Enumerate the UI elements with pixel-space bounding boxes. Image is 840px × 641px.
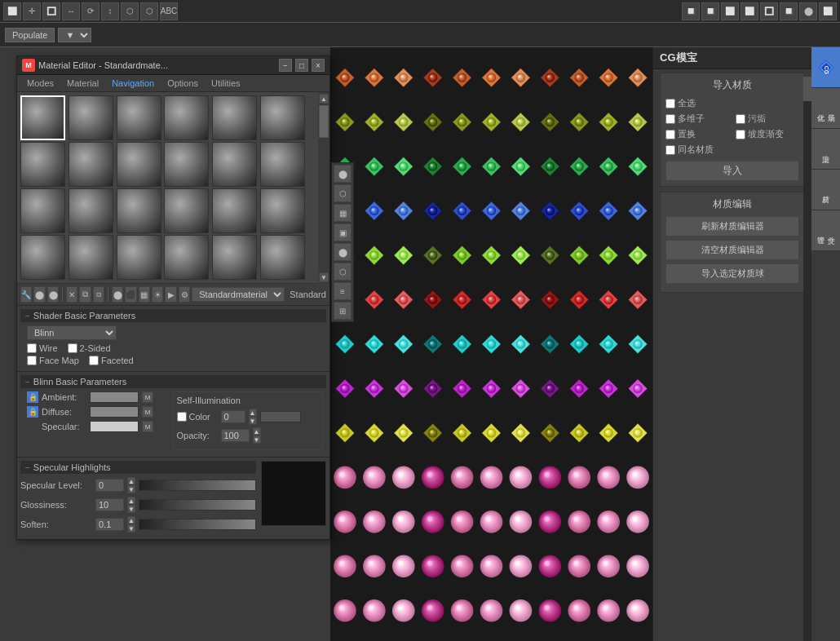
sphere-13[interactable] bbox=[20, 188, 65, 233]
mat-tool-light[interactable]: ☀ bbox=[152, 286, 163, 303]
toolbar-icon-12[interactable]: ⬜ bbox=[721, 2, 739, 20]
ambient-map-btn[interactable]: M bbox=[142, 391, 153, 403]
specular-map-btn[interactable]: M bbox=[142, 421, 153, 432]
toolbar-icon-10[interactable]: 🔲 bbox=[682, 2, 700, 20]
gradient-checkbox-label[interactable]: 坡度渐变 bbox=[736, 128, 799, 140]
blinn-collapse-btn[interactable]: − bbox=[25, 378, 30, 387]
diffuse-swatch[interactable] bbox=[90, 406, 139, 418]
toolbar-icon-5[interactable]: ⟳ bbox=[82, 2, 99, 20]
sphere-8[interactable] bbox=[69, 142, 113, 187]
side-tab-scene[interactable]: 场景优化 bbox=[811, 88, 840, 129]
all-checkbox-label[interactable]: 全选 bbox=[665, 97, 729, 109]
side-icon-3[interactable]: ▦ bbox=[334, 204, 351, 222]
side-icon-6[interactable]: ⬡ bbox=[334, 263, 351, 281]
side-icon-8[interactable]: ⊞ bbox=[334, 302, 351, 320]
side-tab-files[interactable]: 文件管理 bbox=[811, 210, 840, 251]
all-checkbox[interactable] bbox=[665, 99, 675, 108]
replace-checkbox-label[interactable]: 置换 bbox=[665, 128, 729, 140]
sphere-19[interactable] bbox=[20, 235, 65, 280]
cg-scroll-thumb[interactable] bbox=[803, 77, 811, 101]
faceted-checkbox[interactable] bbox=[89, 356, 99, 365]
color-checkbox[interactable]: Color bbox=[177, 412, 218, 422]
mat-name-dropdown[interactable]: Standardmaterial bbox=[192, 287, 285, 302]
toolbar-icon-4[interactable]: ↔ bbox=[62, 2, 80, 20]
toolbar-icon-14[interactable]: 🔳 bbox=[760, 2, 778, 20]
mat-tool-put[interactable]: ⬤ bbox=[47, 286, 59, 303]
sphere-12[interactable] bbox=[260, 142, 305, 187]
mat-tool-options[interactable]: ⚙ bbox=[179, 286, 190, 303]
menu-navigation[interactable]: Navigation bbox=[105, 77, 161, 90]
side-tab-logo[interactable]: CG bbox=[811, 47, 840, 88]
mat-tool-box[interactable]: ⬛ bbox=[125, 286, 136, 303]
color-value-input[interactable] bbox=[221, 410, 245, 423]
sphere-17[interactable] bbox=[212, 188, 257, 233]
opacity-value-input[interactable] bbox=[221, 429, 250, 442]
sphere-10[interactable] bbox=[164, 142, 209, 187]
shader-type-dropdown[interactable]: Blinn bbox=[27, 325, 117, 340]
sphere-3[interactable] bbox=[117, 95, 161, 140]
same-name-checkbox[interactable] bbox=[665, 145, 675, 155]
side-icon-2[interactable]: ⬡ bbox=[334, 184, 351, 202]
side-icon-5[interactable]: ⬤ bbox=[334, 243, 351, 261]
spec-level-spin-up[interactable]: ▲ bbox=[127, 477, 135, 485]
ambient-lock-btn[interactable]: 🔒 bbox=[27, 391, 38, 403]
sphere-5[interactable] bbox=[212, 95, 257, 140]
sphere-4[interactable] bbox=[164, 95, 209, 140]
sphere-23[interactable] bbox=[212, 235, 257, 280]
replace-checkbox[interactable] bbox=[665, 130, 675, 139]
spec-collapse-btn[interactable]: − bbox=[25, 463, 30, 472]
import-sel-btn[interactable]: 导入选定材质球 bbox=[665, 263, 799, 284]
dirt-checkbox[interactable] bbox=[736, 114, 745, 124]
mat-tool-sphere[interactable]: ⬤ bbox=[112, 286, 123, 303]
shader-collapse-btn[interactable]: − bbox=[25, 312, 30, 320]
opacity-spin-down[interactable]: ▼ bbox=[253, 435, 261, 444]
refresh-btn[interactable]: 刷新材质编辑器 bbox=[665, 216, 799, 237]
illum-color-checkbox[interactable] bbox=[177, 412, 187, 422]
scroll-up-btn[interactable]: ▲ bbox=[319, 94, 329, 104]
mat-tool-video[interactable]: ▶ bbox=[165, 286, 176, 303]
import-button[interactable]: 导入 bbox=[665, 161, 799, 181]
menu-modes[interactable]: Modes bbox=[20, 77, 60, 90]
two-sided-checkbox[interactable] bbox=[68, 343, 77, 353]
sphere-1[interactable] bbox=[20, 95, 65, 140]
side-icon-1[interactable]: ⬤ bbox=[334, 165, 351, 183]
face-map-checkbox[interactable] bbox=[27, 356, 37, 365]
sphere-21[interactable] bbox=[117, 235, 161, 280]
menu-material[interactable]: Material bbox=[60, 77, 105, 90]
wire-checkbox[interactable] bbox=[27, 343, 37, 353]
color-spin-up[interactable]: ▲ bbox=[249, 409, 257, 417]
mat-tool-delete[interactable]: ✕ bbox=[66, 286, 77, 303]
toolbar-icon-17[interactable]: ⬜ bbox=[819, 2, 837, 20]
side-tab-render[interactable]: 渲染 bbox=[811, 129, 840, 170]
specular-swatch[interactable] bbox=[90, 421, 139, 432]
glossiness-spin-down[interactable]: ▼ bbox=[127, 505, 135, 513]
toolbar-icon-7[interactable]: ⬡ bbox=[121, 2, 139, 20]
populate-dropdown[interactable]: ▼ bbox=[58, 28, 91, 42]
toolbar-icon-9[interactable]: ABC bbox=[160, 2, 178, 20]
same-name-checkbox-label[interactable]: 同名材质 bbox=[665, 144, 729, 156]
spec-level-input[interactable] bbox=[95, 479, 124, 492]
face-map-checkbox-label[interactable]: Face Map bbox=[27, 356, 79, 365]
gradient-checkbox[interactable] bbox=[736, 130, 745, 139]
faceted-checkbox-label[interactable]: Faceted bbox=[89, 356, 134, 365]
minimize-button[interactable]: − bbox=[279, 59, 292, 72]
ambient-swatch[interactable] bbox=[90, 391, 139, 403]
mat-tool-pick[interactable]: 🔧 bbox=[20, 286, 32, 303]
close-button[interactable]: × bbox=[312, 59, 325, 72]
scroll-down-btn[interactable]: ▼ bbox=[319, 272, 329, 282]
sphere-11[interactable] bbox=[212, 142, 257, 187]
wire-checkbox-label[interactable]: Wire bbox=[27, 343, 58, 353]
mat-tool-paste[interactable]: ⧈ bbox=[93, 286, 104, 303]
toolbar-icon-3[interactable]: 🔳 bbox=[42, 2, 60, 20]
sphere-22[interactable] bbox=[164, 235, 209, 280]
toolbar-icon-2[interactable]: ✛ bbox=[23, 2, 41, 20]
toolbar-icon-16[interactable]: ⬤ bbox=[799, 2, 817, 20]
color-spin-down[interactable]: ▼ bbox=[249, 417, 257, 425]
menu-utilities[interactable]: Utilities bbox=[205, 77, 246, 90]
opacity-spin-up[interactable]: ▲ bbox=[253, 427, 261, 435]
soften-spin-down[interactable]: ▼ bbox=[127, 524, 135, 533]
side-icon-4[interactable]: ▣ bbox=[334, 223, 351, 241]
spec-level-spin-down[interactable]: ▼ bbox=[127, 485, 135, 493]
dirt-checkbox-label[interactable]: 污垢 bbox=[736, 113, 799, 125]
glossiness-input[interactable] bbox=[95, 498, 124, 511]
